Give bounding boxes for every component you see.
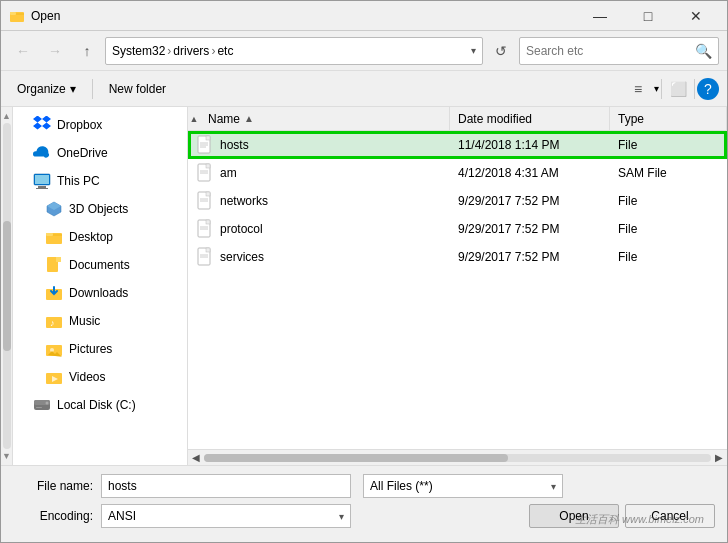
address-bar: ← → ↑ System32 › drivers › etc ▾ ↺ 🔍 (1, 31, 727, 71)
downloads-icon (45, 284, 63, 302)
sort-arrow-icon: ▲ (190, 114, 199, 124)
sidebar-item-videos[interactable]: Videos (13, 363, 187, 391)
filename-input[interactable] (101, 474, 351, 498)
view-dropdown-arrow[interactable]: ▾ (654, 83, 659, 94)
breadcrumb-system32[interactable]: System32 (112, 44, 165, 58)
sidebar-item-3dobjects[interactable]: 3D Objects (13, 195, 187, 223)
file-row-hosts[interactable]: hosts 11/4/2018 1:14 PM File (188, 131, 727, 159)
file-date-services: 9/29/2017 7:52 PM (450, 250, 610, 264)
search-input[interactable] (526, 44, 695, 58)
onedrive-icon (33, 144, 51, 162)
file-type-services: File (610, 250, 727, 264)
localdisk-icon (33, 396, 51, 414)
svg-rect-1 (10, 12, 16, 15)
help-icon: ? (704, 81, 712, 97)
sidebar-item-pictures[interactable]: Pictures (13, 335, 187, 363)
file-row-services[interactable]: services 9/29/2017 7:52 PM File (188, 243, 727, 271)
file-row-protocol[interactable]: protocol 9/29/2017 7:52 PM File (188, 215, 727, 243)
file-date-hosts: 11/4/2018 1:14 PM (450, 138, 610, 152)
open-button[interactable]: Open (529, 504, 619, 528)
sidebar: Dropbox OneDrive (13, 107, 188, 465)
dropbox-icon (33, 116, 51, 134)
svg-rect-32 (206, 164, 210, 168)
file-name-sam: am (220, 166, 237, 180)
svg-rect-3 (38, 186, 46, 188)
sidebar-item-downloads[interactable]: Downloads (13, 279, 187, 307)
hscroll-right-button[interactable]: ▶ (711, 450, 727, 466)
svg-rect-26 (206, 136, 210, 140)
filename-row: File name: All Files (**) ▾ (13, 474, 715, 498)
column-type[interactable]: Type (610, 107, 727, 130)
sidebar-label-pictures: Pictures (69, 342, 112, 356)
back-button[interactable]: ← (9, 37, 37, 65)
sidebar-item-dropbox[interactable]: Dropbox (13, 111, 187, 139)
hscroll-track[interactable] (204, 454, 711, 462)
encoding-text: ANSI (108, 509, 339, 523)
title-bar: Open — □ ✕ (1, 1, 727, 31)
breadcrumb-bar[interactable]: System32 › drivers › etc ▾ (105, 37, 483, 65)
file-name-services: services (220, 250, 264, 264)
up-button[interactable]: ↑ (73, 37, 101, 65)
view-list-button[interactable]: ≡ (624, 75, 652, 103)
new-folder-button[interactable]: New folder (101, 75, 174, 103)
sidebar-item-localdisk[interactable]: Local Disk (C:) (13, 391, 187, 419)
bottom-panel: File name: All Files (**) ▾ Encoding: AN… (1, 465, 727, 542)
file-list: hosts 11/4/2018 1:14 PM File (188, 131, 727, 449)
sidebar-item-desktop[interactable]: Desktop (13, 223, 187, 251)
refresh-button[interactable]: ↺ (487, 37, 515, 65)
organize-button[interactable]: Organize ▾ (9, 75, 84, 103)
documents-icon (45, 256, 63, 274)
search-bar[interactable]: 🔍 (519, 37, 719, 65)
file-type-hosts: File (610, 138, 727, 152)
sidebar-label-onedrive: OneDrive (57, 146, 108, 160)
window-controls: — □ ✕ (577, 1, 719, 31)
encoding-label: Encoding: (13, 509, 93, 523)
sidebar-label-downloads: Downloads (69, 286, 128, 300)
view-pane-button[interactable]: ⬜ (664, 75, 692, 103)
file-row-networks[interactable]: networks 9/29/2017 7:52 PM File (188, 187, 727, 215)
sidebar-item-music[interactable]: ♪ Music (13, 307, 187, 335)
file-icon-hosts (196, 135, 214, 155)
svg-rect-5 (35, 175, 49, 184)
search-icon-button[interactable]: 🔍 (695, 43, 712, 59)
breadcrumb-etc[interactable]: etc (217, 44, 233, 58)
svg-point-22 (46, 402, 49, 405)
svg-rect-12 (56, 257, 61, 262)
sidebar-item-onedrive[interactable]: OneDrive (13, 139, 187, 167)
sidebar-item-documents[interactable]: Documents (13, 251, 187, 279)
file-date-networks: 9/29/2017 7:52 PM (450, 194, 610, 208)
file-row-sam[interactable]: am 4/12/2018 4:31 AM SAM File (188, 159, 727, 187)
main-content: ▲ ▼ Dropbox (1, 107, 727, 465)
breadcrumb-dropdown-arrow[interactable]: ▾ (471, 45, 476, 56)
filetype-dropdown[interactable]: All Files (**) ▾ (363, 474, 563, 498)
file-icon-networks (196, 191, 214, 211)
hscroll-left-button[interactable]: ◀ (188, 450, 204, 466)
close-button[interactable]: ✕ (673, 1, 719, 31)
horizontal-scrollbar[interactable]: ◀ ▶ (188, 449, 727, 465)
maximize-button[interactable]: □ (625, 1, 671, 31)
sidebar-scroll-up[interactable]: ▲ (2, 111, 11, 121)
breadcrumb-drivers[interactable]: drivers (173, 44, 209, 58)
svg-rect-9 (46, 233, 53, 236)
svg-rect-23 (36, 407, 42, 408)
column-name[interactable]: Name ▲ (200, 107, 450, 130)
sort-indicator[interactable]: ▲ (188, 114, 200, 124)
column-date[interactable]: Date modified (450, 107, 610, 130)
file-date-sam: 4/12/2018 4:31 AM (450, 166, 610, 180)
forward-button[interactable]: → (41, 37, 69, 65)
cancel-button[interactable]: Cancel (625, 504, 715, 528)
breadcrumb-sep-2: › (211, 44, 215, 58)
desktop-icon (45, 228, 63, 246)
sidebar-item-thispc[interactable]: This PC (13, 167, 187, 195)
organize-arrow: ▾ (70, 82, 76, 96)
hscroll-thumb[interactable] (204, 454, 508, 462)
view-list-icon: ≡ (634, 81, 642, 97)
music-icon: ♪ (45, 312, 63, 330)
file-area: ▲ Name ▲ Date modified Type (188, 107, 727, 465)
minimize-button[interactable]: — (577, 1, 623, 31)
3dobjects-icon (45, 200, 63, 218)
sidebar-scroll-down[interactable]: ▼ (2, 451, 11, 461)
organize-label: Organize (17, 82, 66, 96)
encoding-dropdown[interactable]: ANSI ▾ (101, 504, 351, 528)
help-button[interactable]: ? (697, 78, 719, 100)
